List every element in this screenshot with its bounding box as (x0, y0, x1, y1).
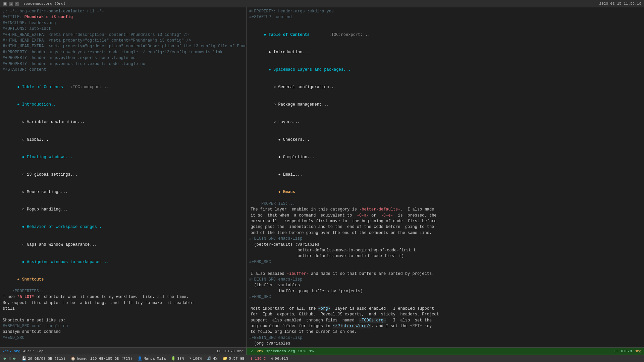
play-next-icon[interactable]: ⏭ (13, 356, 16, 361)
right-toc-pkg-mgmt[interactable]: ○ Package management... (249, 96, 641, 114)
play-prev-icon[interactable]: ⏮ (3, 356, 6, 361)
right-mode-line: 2 <M> spacemacs.org 10:0 1% LF UTF-8 Org (247, 347, 644, 355)
left-mode-line: -13-.org 43:17 Top LF UTF-8 Org (0, 347, 247, 355)
right-toc-email[interactable]: ● Email... (249, 166, 641, 184)
toc-popup[interactable]: ○ Popup handling... (3, 201, 244, 219)
toc-gaps[interactable]: ○ Gaps and window appearance... (3, 236, 244, 253)
left-mode-scroll: Top (37, 349, 44, 353)
left-editor-pane[interactable]: ;; -*- org-confirm-babel-evaluate: nil -… (0, 7, 247, 347)
battery-icon: 🔋 (171, 356, 176, 361)
shortcuts-body1: I use *A LOT* of shortcuts when it comes… (3, 294, 244, 300)
right-mode-pos: 10:0 (298, 349, 306, 353)
toc-i3settings[interactable]: ○ i3 global settings... (3, 166, 244, 184)
play-pause-icon[interactable]: ⏸ (8, 356, 11, 361)
battery-value: 38% (177, 357, 184, 361)
disk-icon: 💾 (22, 356, 26, 361)
mode-lines: -13-.org 43:17 Top LF UTF-8 Org 2 <M> sp… (0, 347, 644, 355)
property-html2: #+HTML_HEAD_EXTRA: <meta property="og:ti… (3, 38, 244, 44)
right-mode-filename: spacemacs.org (266, 349, 295, 353)
right-toc-general[interactable]: ○ General configuration... (249, 79, 641, 96)
toc-floating[interactable]: ● Floating windows... (3, 148, 244, 166)
right-property2: #+STARTUP: content (249, 14, 641, 20)
right-src-begin3: #+BEGIN_SRC emacs-lisp (249, 335, 641, 341)
minimize-button[interactable]: ▣ (3, 2, 7, 6)
src-end-conf: #+END_SRC (3, 335, 244, 341)
toc-assigning[interactable]: ● Assigning windows to workspaces... (3, 253, 244, 271)
shortcuts-body2: So, expect this chapter to be a bit long… (3, 300, 244, 306)
right-org-body3: support also enabled through files named… (251, 318, 641, 323)
section-shortcuts: ● Shortcuts (3, 271, 244, 289)
name-generate: #+NAME: generate-shortcuts (3, 347, 244, 347)
storage2-value: 5.57 GB (229, 357, 244, 361)
home-icon: 🏠 (71, 356, 75, 361)
bindsym-code: bindsym shortcut command (3, 329, 244, 335)
property-html3: #+HTML_HEAD_EXTRA: <meta property="og:de… (3, 44, 244, 49)
volume-icon: 🔊 (207, 356, 212, 361)
shortcuts-body3: still. (3, 306, 244, 312)
right-org-body4: org-download folder for images in ~/Pict… (251, 323, 641, 329)
status-volume: 🔊 4% (207, 356, 217, 361)
cpu-icon: ⚙ (271, 356, 274, 361)
toc-mouse[interactable]: ○ Mouse settings... (3, 184, 244, 201)
status-storage2: 📁 5.57 GB (223, 356, 244, 361)
right-blank3 (249, 300, 641, 306)
status-play-buttons[interactable]: ⏮ ⏸ ⏭ (3, 356, 16, 361)
right-section-emacs: ● Emacs (249, 184, 641, 201)
right-emacs-body1: The first layer enabled in this category… (251, 207, 641, 213)
property-title: #+TITLE: Phundrak's i3 config (3, 14, 244, 20)
close-button[interactable]: ✕ (15, 2, 19, 6)
property-args1: #+PROPERTY: header-args :noweb yes :expo… (3, 50, 244, 55)
right-org-body1: Most important of all, the ~org~ layer i… (251, 306, 641, 312)
toc-header[interactable]: ● Table of Contents :TOC:noexport:... (3, 79, 244, 96)
volume-value: 4% (213, 357, 217, 361)
property-args3: #+PROPERTY: header-args:emacs-lisp :expo… (3, 61, 244, 67)
maximize-button[interactable]: □ (9, 2, 13, 6)
brightness-icon: ☀ (189, 356, 192, 361)
right-blank1 (249, 20, 641, 26)
right-src-end1: #+END_SRC (249, 259, 641, 265)
right-org-indicator: Org (635, 349, 641, 353)
right-toc-completion[interactable]: ● Completion... (249, 148, 641, 166)
right-org-body2: for Epub exports, Github, Reveal.JS expo… (251, 312, 641, 317)
temp-value: 139°C (255, 357, 266, 361)
right-emacs-body4: going past the indentation and to the en… (251, 224, 641, 230)
user-value: Marpa Mila (144, 357, 166, 361)
left-encoding: LF UTF-8 Org (217, 349, 244, 353)
right-toc-layers-pkgs[interactable]: ● Spacemacs layers and packages... (249, 61, 641, 79)
right-src-begin2: #+BEGIN_SRC emacs-lisp (249, 277, 641, 283)
status-bar: ⏮ ⏸ ⏭ 💾 29 GB/98 GB (31%) 🏠 home: 126 GB… (0, 355, 644, 362)
toc-global[interactable]: ○ Global... (3, 131, 244, 148)
right-blank2 (249, 265, 641, 271)
right-ibuffer-code1: (ibuffer :variables (249, 283, 641, 288)
brightness-value: 100% (193, 357, 202, 361)
right-ibuffer-code2: ibuffer-group-buffers-by 'projects) (249, 289, 641, 294)
toc-variables[interactable]: ○ Variables declaration... (3, 114, 244, 131)
disk1-value: 29 GB/98 GB (31%) (28, 357, 65, 361)
right-src-end2: #+END_SRC (249, 294, 641, 300)
storage2-icon: 📁 (223, 356, 227, 361)
right-editor-pane[interactable]: #+PROPERTY: header-args :mkdirp yes #+ST… (247, 7, 644, 347)
right-emacs-props: :PROPERTIES:... (249, 201, 641, 207)
cpu-value: 96.01% (275, 357, 288, 361)
status-temp: 🌡 139°C (250, 356, 266, 361)
status-user: 👤 Marpa Mila (138, 356, 166, 361)
toc-introduction[interactable]: ● Introduction... (3, 96, 244, 114)
right-toc-checkers[interactable]: ● Checkers... (249, 131, 641, 148)
title-bar-controls[interactable]: ▣ □ ✕ spacemacs.org (Org) (3, 2, 65, 6)
shortcuts-properties: :PROPERTIES:... (3, 289, 244, 294)
datetime-display: 2020-03-15 11:56:19 (599, 2, 641, 6)
comment-line-1: ;; -*- org-confirm-babel-evaluate: nil -… (3, 9, 244, 14)
right-toc-header: ● Table of Contents :TOC:noexport:... (249, 26, 641, 44)
right-code2: better-defaults-move-to-beginning-of-cod… (249, 248, 641, 253)
right-org-body5: to follow org links if the cursor is on … (251, 329, 641, 335)
property-include: #+INCLUDE: headers.org (3, 20, 244, 26)
status-disk2: 🏠 home: 126 GB/185 GB (72%) (71, 356, 132, 361)
right-toc-layers[interactable]: ○ Layers... (249, 114, 641, 131)
temp-icon: 🌡 (250, 356, 254, 361)
toc-behavior[interactable]: ● Behavior of workspace changes... (3, 219, 244, 236)
status-brightness: ☀ 100% (189, 356, 202, 361)
right-mode-num: 2 (249, 349, 254, 353)
right-toc-intro[interactable]: ● Introduction... (249, 44, 641, 61)
left-mode-indicator: -13-.org (3, 349, 20, 353)
right-emacs-body3: cursor will respectively first move to t… (251, 219, 641, 224)
